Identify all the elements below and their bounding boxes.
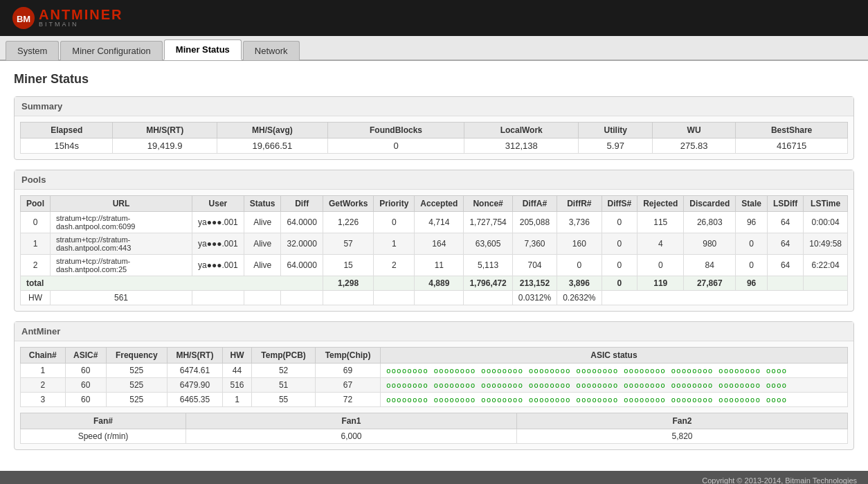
hw-empty2	[244, 291, 281, 305]
pool-discarded: 26,803	[684, 212, 736, 233]
chain-num: 1	[21, 364, 66, 378]
asic-status-val: oooooooo oooooooo oooooooo oooooooo oooo…	[380, 364, 847, 378]
svg-text:BM: BM	[17, 14, 30, 24]
pool-url: stratum+tcp://stratum-dash.antpool.com:6…	[51, 212, 192, 233]
frequency-val: 525	[106, 364, 167, 378]
col-priority: Priority	[374, 196, 415, 212]
temp-pcb-val: 55	[251, 393, 315, 407]
temp-chip-val: 72	[316, 393, 381, 407]
pool-diffa: 704	[512, 255, 557, 276]
pool-diffs: 0	[602, 233, 638, 255]
temp-pcb-val: 51	[251, 378, 315, 393]
mhsrt-val: 6474.61	[167, 364, 222, 378]
col-temp-pcb: Temp(PCB)	[251, 348, 315, 364]
pool-lstime: 10:49:58	[804, 233, 848, 255]
tab-network[interactable]: Network	[243, 41, 300, 60]
pool-discarded: 84	[684, 255, 736, 276]
col-accepted: Accepted	[415, 196, 464, 212]
chain-num: 2	[21, 378, 66, 393]
hw-pct2: 0.2632%	[557, 291, 602, 305]
col-bestshare: BestShare	[736, 123, 848, 138]
col-discarded: Discarded	[684, 196, 736, 212]
val-localwork: 312,138	[464, 138, 579, 154]
pool-nonce: 1,727,754	[464, 212, 512, 233]
tab-system[interactable]: System	[6, 41, 59, 60]
hw-empty5	[374, 291, 415, 305]
pool-row: 0 stratum+tcp://stratum-dash.antpool.com…	[21, 212, 848, 233]
total-lsdiff	[767, 276, 803, 291]
pool-diffr: 160	[557, 233, 602, 255]
col-temp-chip: Temp(Chip)	[316, 348, 381, 364]
fan-table: Fan# Fan1 Fan2 Speed (r/min) 6,000 5,820	[20, 413, 848, 444]
pool-priority: 0	[374, 212, 415, 233]
val-wu: 275.83	[653, 138, 736, 154]
page-title: Miner Status	[14, 72, 854, 87]
main-content: Miner Status Summary Elapsed MH/S(RT) MH…	[0, 61, 868, 471]
pools-label: Pools	[15, 170, 853, 190]
asic-status-val: oooooooo oooooooo oooooooo oooooooo oooo…	[380, 378, 847, 393]
pool-discarded: 980	[684, 233, 736, 255]
temp-pcb-val: 52	[251, 364, 315, 378]
pool-user: ya●●●.001	[192, 212, 244, 233]
col-lstime: LSTime	[804, 196, 848, 212]
pool-num: 0	[21, 212, 51, 233]
col-fan-label: Fan#	[21, 413, 186, 429]
hw-val: 44	[223, 364, 252, 378]
val-utility: 5.97	[579, 138, 653, 154]
fan-speed-label: Speed (r/min)	[21, 429, 186, 444]
pools-section: Pools Pool URL User Status Diff GetWorks…	[14, 170, 854, 312]
col-asic: ASIC#	[65, 348, 106, 364]
pool-row: 1 stratum+tcp://stratum-dash.antpool.com…	[21, 233, 848, 255]
col-user: User	[192, 196, 244, 212]
asic-status-val: oooooooo oooooooo oooooooo oooooooo oooo…	[380, 393, 847, 407]
col-chain: Chain#	[21, 348, 66, 364]
logo: BM ANTMINER BITMAIN	[11, 6, 123, 30]
total-lstime	[804, 276, 848, 291]
tab-miner-config[interactable]: Miner Configuration	[60, 41, 162, 60]
hw-empty7	[464, 291, 512, 305]
pool-lstime: 0:00:04	[804, 212, 848, 233]
hw-val: 1	[223, 393, 252, 407]
col-diffs: DiffS#	[602, 196, 638, 212]
pool-diff: 64.0000	[281, 255, 323, 276]
pool-getworks: 1,226	[323, 212, 373, 233]
hw-empty4	[323, 291, 373, 305]
hw-val: 516	[223, 378, 252, 393]
col-status: Status	[244, 196, 281, 212]
pool-diffs: 0	[602, 212, 638, 233]
pool-num: 1	[21, 233, 51, 255]
temp-chip-val: 67	[316, 378, 381, 393]
col-fan1: Fan1	[186, 413, 517, 429]
pool-lsdiff: 64	[767, 233, 803, 255]
summary-label: Summary	[15, 97, 853, 116]
val-mhsavg: 19,666.51	[217, 138, 327, 154]
tab-miner-status[interactable]: Miner Status	[164, 39, 242, 60]
hw-value: 561	[51, 291, 192, 305]
asic-num: 60	[65, 364, 106, 378]
footer: Copyright © 2013-2014, Bitmain Technolog…	[0, 471, 868, 484]
col-wu: WU	[653, 123, 736, 138]
fan-row: Speed (r/min) 6,000 5,820	[21, 429, 848, 444]
temp-chip-val: 69	[316, 364, 381, 378]
col-elapsed: Elapsed	[21, 123, 113, 138]
pool-stale: 0	[736, 233, 768, 255]
pool-row: 2 stratum+tcp://stratum-dash.antpool.com…	[21, 255, 848, 276]
col-stale: Stale	[736, 196, 768, 212]
total-label: total	[21, 276, 323, 291]
pool-priority: 2	[374, 255, 415, 276]
pool-accepted: 4,714	[415, 212, 464, 233]
pool-lstime: 6:22:04	[804, 255, 848, 276]
pool-hw-row: HW 561 0.0312% 0.2632%	[21, 291, 848, 305]
col-url: URL	[51, 196, 192, 212]
logo-icon: BM	[11, 6, 36, 30]
pool-url: stratum+tcp://stratum-dash.antpool.com:2…	[51, 255, 192, 276]
col-nonce: Nonce#	[464, 196, 512, 212]
col-rejected: Rejected	[638, 196, 684, 212]
col-frequency: Frequency	[106, 348, 167, 364]
col-fan2: Fan2	[517, 413, 848, 429]
pool-status: Alive	[244, 233, 281, 255]
nav-bar: System Miner Configuration Miner Status …	[0, 36, 868, 61]
mhsrt-val: 6465.35	[167, 393, 222, 407]
pool-lsdiff: 64	[767, 212, 803, 233]
asic-num: 60	[65, 378, 106, 393]
